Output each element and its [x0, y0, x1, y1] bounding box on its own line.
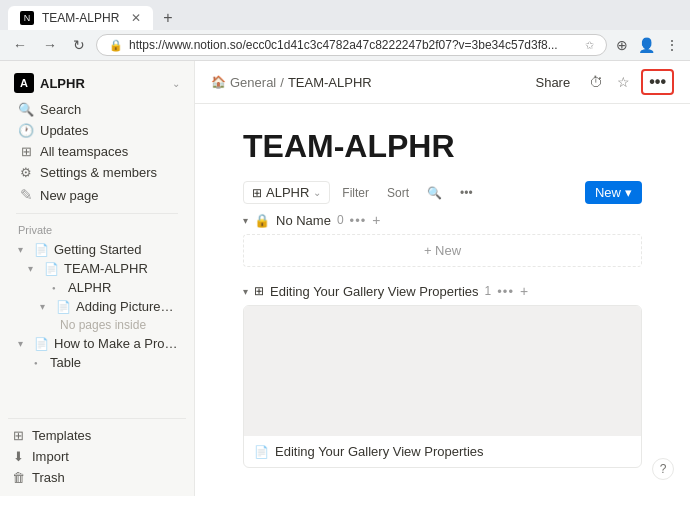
db-more-button[interactable]: •••	[454, 184, 479, 202]
teamspaces-icon: ⊞	[18, 144, 34, 159]
new-page-icon: ✎	[18, 186, 34, 204]
page-content: TEAM-ALPHR ⊞ ALPHR ⌄ Filter Sort 🔍 ••• N…	[195, 104, 690, 496]
no-pages-label: No pages inside	[8, 316, 186, 334]
gallery-card-footer: 📄 Editing Your Gallery View Properties	[244, 436, 641, 467]
sidebar-item-settings[interactable]: ⚙ Settings & members	[8, 162, 186, 183]
browser-menu-button[interactable]: ⋮	[662, 34, 682, 56]
sidebar-item-trash-label: Trash	[32, 470, 65, 485]
breadcrumb-separator: /	[280, 75, 284, 90]
main-wrapper: 🏠 General / TEAM-ALPHR Share ⏱ ☆ ••• TEA…	[195, 61, 690, 496]
workspace-chevron-icon: ⌄	[172, 78, 180, 89]
section-add-button[interactable]: +	[372, 212, 380, 228]
section-options-button[interactable]: •••	[350, 213, 367, 228]
sidebar-top: A ALPHR ⌄ 🔍 Search 🕐 Updates ⊞ All teams…	[0, 65, 194, 376]
breadcrumb: 🏠 General / TEAM-ALPHR	[211, 75, 521, 90]
breadcrumb-current: TEAM-ALPHR	[288, 75, 372, 90]
tree-label: ALPHR	[68, 280, 111, 295]
sidebar-item-import-label: Import	[32, 449, 69, 464]
active-tab[interactable]: N TEAM-ALPHR ✕	[8, 6, 153, 30]
workspace-header[interactable]: A ALPHR ⌄	[8, 69, 186, 97]
sidebar-divider-bottom	[8, 418, 186, 419]
chevron-down-icon: ▾	[40, 301, 52, 312]
sort-button[interactable]: Sort	[381, 184, 415, 202]
topbar-actions: Share ⏱ ☆ •••	[527, 69, 674, 95]
doc-icon: 📄	[34, 337, 50, 351]
tree-item-alphr[interactable]: ● ALPHR	[8, 278, 186, 297]
section-title: No Name	[276, 213, 331, 228]
tree-item-progress[interactable]: ▾ 📄 How to Make a Progres...	[8, 334, 186, 353]
updates-icon: 🕐	[18, 123, 34, 138]
sidebar-item-trash[interactable]: 🗑 Trash	[0, 467, 194, 488]
section-options-button[interactable]: •••	[497, 284, 514, 299]
address-bar[interactable]: 🔒 https://www.notion.so/ecc0c1d41c3c4782…	[96, 34, 607, 56]
private-section-label: Private	[8, 220, 186, 240]
section-header-no-name: ▾ 🔒 No Name 0 ••• +	[243, 212, 642, 228]
search-icon: 🔍	[18, 102, 34, 117]
gallery-view-icon: ⊞	[252, 186, 262, 200]
tree-label: Getting Started	[54, 242, 141, 257]
section-title: Editing Your Gallery View Properties	[270, 284, 479, 299]
new-record-button[interactable]: New ▾	[585, 181, 642, 204]
more-options-button[interactable]: •••	[641, 69, 674, 95]
reload-button[interactable]: ↻	[68, 34, 90, 56]
gallery-section-no-name: ▾ 🔒 No Name 0 ••• + + New	[243, 212, 642, 267]
sidebar-item-import[interactable]: ⬇ Import	[0, 446, 194, 467]
tab-close-button[interactable]: ✕	[131, 11, 141, 25]
gallery-card-image	[244, 306, 641, 436]
back-button[interactable]: ←	[8, 34, 32, 56]
section-chevron-icon[interactable]: ▾	[243, 215, 248, 226]
main-content: 🏠 General / TEAM-ALPHR Share ⏱ ☆ ••• TEA…	[195, 61, 690, 496]
sidebar-item-search[interactable]: 🔍 Search	[8, 99, 186, 120]
help-button[interactable]: ?	[652, 458, 674, 480]
breadcrumb-parent[interactable]: General	[230, 75, 276, 90]
tree-item-getting-started[interactable]: ▾ 📄 Getting Started	[8, 240, 186, 259]
extensions-button[interactable]: ⊕	[613, 34, 631, 56]
workspace-avatar: A	[14, 73, 34, 93]
section-add-button[interactable]: +	[520, 283, 528, 299]
sidebar-item-templates[interactable]: ⊞ Templates	[0, 425, 194, 446]
tree-item-team-alphr[interactable]: ▾ 📄 TEAM-ALPHR	[8, 259, 186, 278]
sidebar-item-new-page[interactable]: ✎ New page	[8, 183, 186, 207]
search-db-button[interactable]: 🔍	[421, 184, 448, 202]
chevron-down-icon: ▾	[18, 244, 30, 255]
card-title: Editing Your Gallery View Properties	[275, 444, 484, 459]
page-title: TEAM-ALPHR	[243, 128, 642, 165]
tree-label: TEAM-ALPHR	[64, 261, 148, 276]
section-header-editing: ▾ ⊞ Editing Your Gallery View Properties…	[243, 283, 642, 299]
trash-icon: 🗑	[10, 470, 26, 485]
gallery-new-row[interactable]: + New	[243, 234, 642, 267]
nav-bar: ← → ↻ 🔒 https://www.notion.so/ecc0c1d41c…	[0, 30, 690, 60]
tree-item-adding-pictures[interactable]: ▾ 📄 Adding Pictures to Yo...	[8, 297, 186, 316]
star-button[interactable]: ☆	[614, 71, 633, 93]
import-icon: ⬇	[10, 449, 26, 464]
tab-title: TEAM-ALPHR	[42, 11, 119, 25]
bullet-icon: ●	[52, 285, 64, 291]
sidebar-item-templates-label: Templates	[32, 428, 91, 443]
sidebar-item-updates-label: Updates	[40, 123, 88, 138]
tree-item-table[interactable]: ● Table	[8, 353, 186, 372]
section-lock-icon: 🔒	[254, 213, 270, 228]
sidebar-item-teamspaces[interactable]: ⊞ All teamspaces	[8, 141, 186, 162]
gallery-section-editing: ▾ ⊞ Editing Your Gallery View Properties…	[243, 283, 642, 468]
db-toolbar: ⊞ ALPHR ⌄ Filter Sort 🔍 ••• New ▾	[243, 181, 642, 204]
gallery-card[interactable]: 📄 Editing Your Gallery View Properties	[243, 305, 642, 468]
app-container: A ALPHR ⌄ 🔍 Search 🕐 Updates ⊞ All teams…	[0, 61, 690, 496]
new-record-chevron-icon: ▾	[625, 185, 632, 200]
new-row-label: + New	[424, 243, 461, 258]
forward-button[interactable]: →	[38, 34, 62, 56]
tree-label: How to Make a Progres...	[54, 336, 178, 351]
sidebar-item-settings-label: Settings & members	[40, 165, 157, 180]
filter-button[interactable]: Filter	[336, 184, 375, 202]
doc-icon: 📄	[34, 243, 50, 257]
tab-bar: N TEAM-ALPHR ✕ +	[0, 0, 690, 30]
tab-favicon: N	[20, 11, 34, 25]
settings-icon: ⚙	[18, 165, 34, 180]
profile-button[interactable]: 👤	[635, 34, 658, 56]
new-tab-button[interactable]: +	[157, 7, 178, 29]
section-count: 0	[337, 213, 344, 227]
share-button[interactable]: Share	[527, 72, 578, 93]
sidebar-item-updates[interactable]: 🕐 Updates	[8, 120, 186, 141]
section-chevron-icon[interactable]: ▾	[243, 286, 248, 297]
db-view-button[interactable]: ⊞ ALPHR ⌄	[243, 181, 330, 204]
history-button[interactable]: ⏱	[586, 71, 606, 93]
